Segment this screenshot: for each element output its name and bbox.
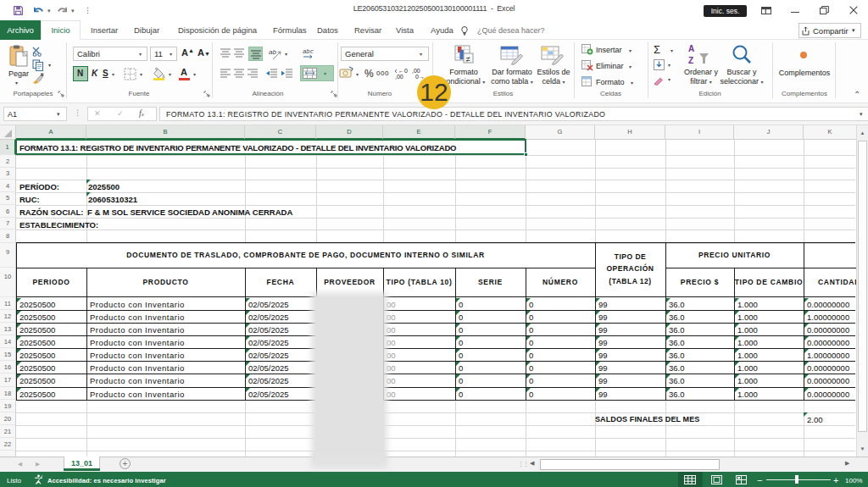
svg-text:ab: ab <box>303 47 309 55</box>
svg-text:,00: ,00 <box>412 68 420 74</box>
svg-text:A: A <box>688 44 694 53</box>
svg-text:←0: ←0 <box>398 68 408 74</box>
svg-text:≠: ≠ <box>466 54 470 64</box>
svg-text:c: c <box>310 47 314 55</box>
svg-text:,00: ,00 <box>395 74 403 80</box>
svg-text:ab: ab <box>269 48 276 56</box>
svg-text:Z: Z <box>688 56 693 65</box>
